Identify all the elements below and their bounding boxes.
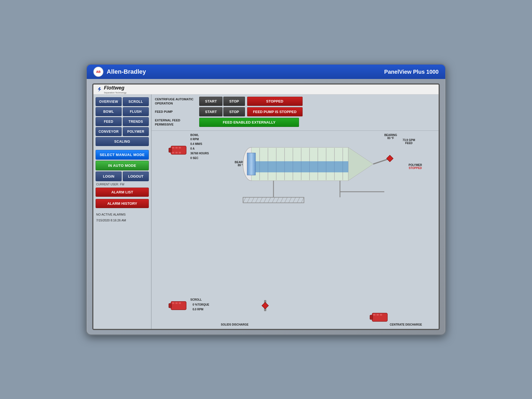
logout-button[interactable]: LOGOUT [123,172,149,181]
sidebar-item-conveyor[interactable]: CONVEYOR [96,127,122,136]
sidebar-item-trends[interactable]: TRENDS [123,117,149,126]
feed-pump-status-badge: FEED PUMP IS STOPPED [247,107,303,116]
current-user-row: CURRENT USER: FW [96,182,149,186]
scroll-motor-area [168,300,188,312]
svg-rect-23 [251,161,348,172]
conveyor-motor-area [369,312,389,324]
bowl-stats: 0 RPM 0.4 MM/S 0 A 36768 HOURS 0 SEC [190,137,209,160]
select-manual-mode-button[interactable]: SELECT MANUAL MODE [96,150,149,160]
sidebar-item-scaling[interactable]: SCALING [96,137,149,146]
in-auto-mode-button[interactable]: IN AUTO MODE [96,161,149,170]
centrifuge-stop-button[interactable]: STOP [223,97,245,106]
controls-top: CENTRIFUGE AUTOMATIC OPERATION START STO… [152,94,439,131]
svg-line-34 [255,197,258,203]
svg-line-37 [268,197,271,203]
centrifuge-status-badge: STOPPED [247,97,303,106]
flottweg-icon [97,87,102,92]
sidebar-item-overview[interactable]: OVERVIEW [96,97,122,106]
centrifuge-label: CENTRIFUGE AUTOMATIC OPERATION [155,97,199,105]
svg-line-42 [289,197,291,203]
sidebar-item-polymer[interactable]: POLYMER [123,127,149,136]
svg-rect-50 [179,302,181,304]
centrifuge-control-row: CENTRIFUGE AUTOMATIC OPERATION START STO… [155,97,435,106]
scroll-torque: 0 %TORQUE [193,302,209,307]
svg-rect-3 [172,147,174,149]
scroll-rpm: 0.0 RPM [193,307,209,312]
flottweg-bar: Flottweg Separation Technology [93,85,439,94]
nav-row-4: CONVEYOR POLYMER [96,127,149,136]
sidebar-item-flush[interactable]: FLUSH [123,107,149,116]
svg-line-45 [301,197,304,203]
svg-marker-11 [348,147,373,181]
svg-rect-54 [377,314,379,316]
brand-left: AB Allen-Bradley [93,67,146,77]
solids-discharge-label: SOLIDS DISCHARGE [221,323,249,326]
svg-line-39 [276,197,279,203]
alarm-history-button[interactable]: ALARM HISTORY [96,199,149,208]
svg-line-38 [272,197,275,203]
sidebar-item-bowl[interactable]: BOWL [96,107,122,116]
bowl-sec: 0 SEC [190,156,209,160]
feed-pump-start-button[interactable]: START [199,107,222,116]
svg-line-40 [280,197,283,203]
svg-rect-24 [247,153,255,175]
model-name: PanelView Plus 1000 [384,69,439,75]
svg-marker-57 [262,302,268,309]
screen-outer: Flottweg Separation Technology OVERVIEW … [92,83,440,330]
svg-rect-52 [370,315,373,319]
external-feed-control-row: EXTERNAL FEED PERMISSIVE FEED ENABLED EX… [155,118,435,127]
centrifuge-start-button[interactable]: START [199,97,222,106]
login-button[interactable]: LOGIN [96,172,122,181]
svg-line-41 [285,197,287,203]
panel-housing: AB Allen-Bradley PanelView Plus 1000 Flo… [86,64,446,335]
svg-rect-55 [380,314,382,316]
bowl-mm-s: 0.4 MM/S [190,142,209,146]
login-logout-row: LOGIN LOGOUT [96,172,149,181]
svg-line-31 [243,197,246,203]
brand-name: Allen-Bradley [107,68,146,75]
flottweg-text: Flottweg [104,85,126,91]
flottweg-logo: Flottweg Separation Technology [97,85,126,94]
svg-rect-53 [373,314,375,316]
svg-marker-0 [98,87,101,92]
bowl-motor-icon [168,145,188,156]
svg-rect-4 [175,147,178,149]
screen-inner: Flottweg Separation Technology OVERVIEW … [93,85,439,329]
scroll-stats: 0 %TORQUE 0.0 RPM [193,302,209,312]
svg-rect-5 [179,147,181,149]
nav-row-5: SCALING [96,137,149,146]
nav-row-1: OVERVIEW SCROLL [96,97,149,106]
bowl-label: BOWL [190,134,199,137]
svg-rect-6 [172,152,174,154]
current-user-value: FW [120,183,124,186]
svg-rect-49 [175,302,178,304]
svg-line-36 [264,197,267,203]
ab-logo: AB [93,67,103,77]
sidebar: OVERVIEW SCROLL BOWL FLUSH FEED TRENDS C… [93,94,152,329]
panel-header: AB Allen-Bradley PanelView Plus 1000 [87,65,445,79]
centrate-discharge-label: CENTRATE DISCHARGE [390,323,422,326]
svg-rect-2 [169,148,172,152]
conveyor-motor-icon [369,312,389,323]
centrifuge-diagram [218,136,406,208]
nav-row-3: FEED TRENDS [96,117,149,126]
svg-rect-8 [179,152,181,154]
svg-rect-7 [175,152,178,154]
feed-pump-stop-button[interactable]: STOP [223,107,245,116]
valve-icon [260,300,271,311]
polymer-status-area: POLYMER STOPPED [408,163,422,170]
bowl-amps: 0 A [190,146,209,151]
current-user-label: CURRENT USER: [96,183,119,186]
sidebar-item-feed[interactable]: FEED [96,117,122,126]
valve-area [260,300,271,312]
sidebar-item-scroll[interactable]: SCROLL [123,97,149,106]
svg-rect-47 [169,303,172,308]
scroll-motor-icon [168,300,188,311]
feed-pump-label: FEED PUMP [155,110,199,114]
alarm-list-button[interactable]: ALARM LIST [96,188,149,197]
flottweg-sub: Separation Technology [104,91,126,94]
scroll-label: SCROLL [190,298,202,301]
bowl-hours: 36768 HOURS [190,151,209,156]
svg-rect-48 [172,302,174,304]
svg-line-43 [293,197,296,203]
